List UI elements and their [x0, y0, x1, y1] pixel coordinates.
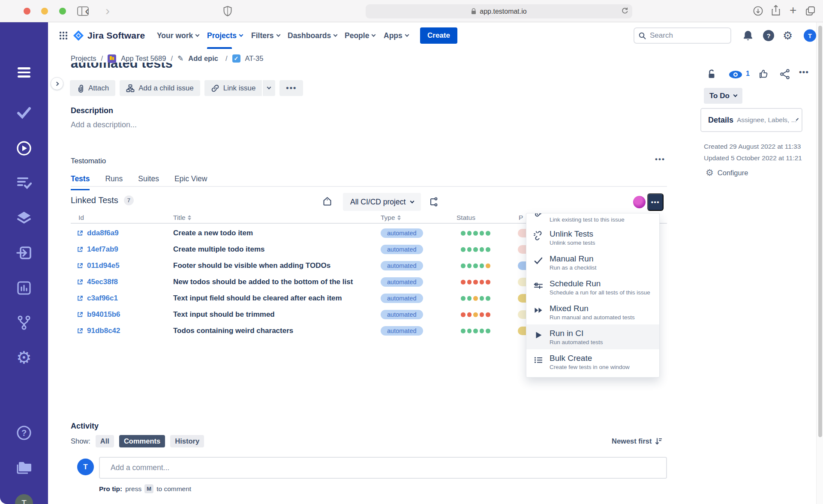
menu-item-unlink-tests[interactable]: Unlink Tests Unlink some tests	[526, 225, 659, 250]
global-search[interactable]	[634, 27, 731, 44]
tasks-check-icon[interactable]	[16, 106, 32, 120]
app-switcher-icon[interactable]	[59, 31, 68, 40]
tab-epic-view[interactable]: Epic View	[174, 174, 207, 190]
import-icon[interactable]	[16, 246, 32, 260]
breadcrumb-projects[interactable]: Projects	[71, 54, 96, 63]
test-title-link[interactable]: Text input field should be cleared after…	[173, 294, 342, 303]
sort-newest-first[interactable]: Newest first	[612, 437, 662, 445]
issue-title[interactable]: automated tests	[71, 63, 379, 71]
share-nodes-icon[interactable]	[779, 69, 790, 80]
branches-icon[interactable]	[17, 315, 31, 330]
test-id-link[interactable]: dda8f6a9	[87, 229, 119, 237]
attach-button[interactable]: Attach	[70, 80, 115, 96]
jira-logo-icon[interactable]	[73, 30, 84, 41]
test-title-link[interactable]: Create a new todo item	[173, 229, 253, 237]
panel-more-button[interactable]: •••	[799, 68, 809, 77]
member-avatar[interactable]	[633, 196, 646, 208]
configure-link[interactable]: ⚙ Configure	[706, 167, 748, 178]
user-avatar[interactable]: T	[804, 30, 816, 42]
filter-comments[interactable]: Comments	[119, 435, 165, 447]
projects-folder-icon[interactable]	[16, 460, 32, 475]
col-header-status[interactable]: Status	[457, 214, 475, 222]
test-title-link[interactable]: New todos should be added to the bottom …	[173, 278, 353, 286]
breadcrumb-project[interactable]: App Test 5689	[121, 54, 166, 63]
test-title-link[interactable]: Todos containing weird characters	[173, 327, 293, 335]
nav-filters[interactable]: Filters	[251, 31, 280, 40]
description-placeholder[interactable]: Add a description...	[71, 120, 137, 129]
reload-icon[interactable]	[621, 7, 629, 15]
address-bar[interactable]: app.testomat.io	[366, 4, 632, 18]
link-issue-button[interactable]: Link issue	[204, 80, 262, 96]
test-id-link[interactable]: c3af96c1	[87, 294, 118, 303]
expand-panel-button[interactable]	[51, 77, 63, 90]
filter-history[interactable]: History	[170, 435, 204, 447]
col-header-type[interactable]: Type	[381, 214, 401, 222]
watch-count[interactable]: 1	[746, 70, 750, 78]
menu-item-manual-run[interactable]: Manual Run Run as a checklist	[526, 250, 659, 275]
nav-dashboards[interactable]: Dashboards	[288, 31, 337, 40]
test-title-link[interactable]: Text input should be trimmed	[173, 310, 275, 319]
details-panel-header[interactable]: Details Assignee, Labels, ...	[700, 108, 802, 132]
help-circle-icon[interactable]: ?	[16, 425, 32, 441]
menu-item-schedule-run[interactable]: Schedule Run Schedule a run for all test…	[526, 275, 659, 300]
jira-logo-text[interactable]: Jira Software	[87, 30, 145, 41]
breadcrumb-issue-key[interactable]: AT-35	[245, 54, 264, 63]
minimize-window-button[interactable]	[41, 8, 48, 15]
test-id-link[interactable]: 14ef7ab9	[87, 245, 118, 254]
col-header-title[interactable]: Title	[173, 214, 191, 222]
test-id-link[interactable]: 91db8c42	[87, 327, 120, 335]
tab-suites[interactable]: Suites	[138, 174, 159, 190]
tab-runs[interactable]: Runs	[105, 174, 123, 190]
nav-projects[interactable]: Projects	[207, 31, 243, 40]
privacy-shield-icon[interactable]	[223, 6, 232, 17]
analytics-chart-icon[interactable]	[17, 281, 31, 295]
nav-people[interactable]: People	[345, 31, 375, 40]
status-dropdown-button[interactable]: To Do	[704, 88, 742, 104]
test-id-link[interactable]: 011d94e5	[87, 261, 120, 270]
suites-layers-icon[interactable]	[16, 211, 32, 225]
link-issue-dropdown-button[interactable]	[263, 80, 275, 96]
filter-all[interactable]: All	[96, 435, 114, 447]
vote-thumbs-up-icon[interactable]	[758, 69, 769, 80]
unlock-icon[interactable]	[706, 69, 717, 80]
menu-item-run-in-ci[interactable]: Run in CI Run automated tests	[526, 324, 659, 349]
create-button[interactable]: Create	[420, 27, 457, 44]
runs-play-circle-icon[interactable]	[16, 141, 32, 156]
share-icon[interactable]	[771, 5, 781, 17]
downloads-icon[interactable]	[753, 6, 763, 16]
share-tree-icon[interactable]	[429, 197, 438, 207]
close-window-button[interactable]	[24, 8, 30, 15]
menu-item-link-tests-partial[interactable]: Link existing test to this issue	[526, 213, 659, 225]
hamburger-menu-icon[interactable]	[18, 65, 30, 80]
zoom-window-button[interactable]	[59, 8, 66, 15]
col-header-id[interactable]: Id	[78, 214, 84, 222]
menu-item-mixed-run[interactable]: Mixed Run Run manual and automated tests	[526, 300, 659, 324]
search-input[interactable]	[650, 31, 718, 40]
project-filter-dropdown[interactable]: All CI/CD project	[343, 193, 421, 211]
help-icon[interactable]: ?	[763, 30, 774, 41]
back-button[interactable]: ‹	[85, 3, 89, 19]
testomatio-more-button[interactable]: •••	[655, 155, 665, 164]
test-id-link[interactable]: 45ec38f8	[87, 278, 118, 286]
settings-gear-icon[interactable]: ⚙	[783, 30, 793, 41]
forward-button[interactable]: ›	[105, 3, 110, 19]
nav-apps[interactable]: Apps	[384, 31, 408, 40]
add-child-issue-button[interactable]: Add a child issue	[120, 80, 200, 96]
settings-gear-icon[interactable]: ⚙	[16, 349, 32, 366]
sidebar-user-avatar[interactable]: T	[15, 494, 33, 504]
linked-tests-actions-button[interactable]: •••	[647, 193, 664, 211]
test-id-link[interactable]: b94015b6	[87, 310, 120, 319]
test-title-link[interactable]: Footer should be visible when adding TOD…	[173, 261, 330, 270]
nav-your-work[interactable]: Your work	[157, 31, 199, 40]
home-icon[interactable]	[322, 196, 332, 206]
new-tab-icon[interactable]: +	[790, 3, 796, 17]
notifications-bell-icon[interactable]	[743, 30, 753, 41]
menu-item-bulk-create[interactable]: Bulk Create Create few tests in one wind…	[526, 349, 659, 374]
more-actions-button[interactable]: •••	[279, 80, 303, 96]
scrollbar-thumb[interactable]	[818, 26, 822, 437]
comment-input[interactable]	[99, 457, 667, 479]
test-title-link[interactable]: Create multiple todo items	[173, 245, 264, 254]
tab-overview-icon[interactable]	[805, 6, 816, 16]
watch-eye-icon[interactable]	[729, 70, 742, 79]
test-list-check-icon[interactable]	[16, 176, 32, 189]
